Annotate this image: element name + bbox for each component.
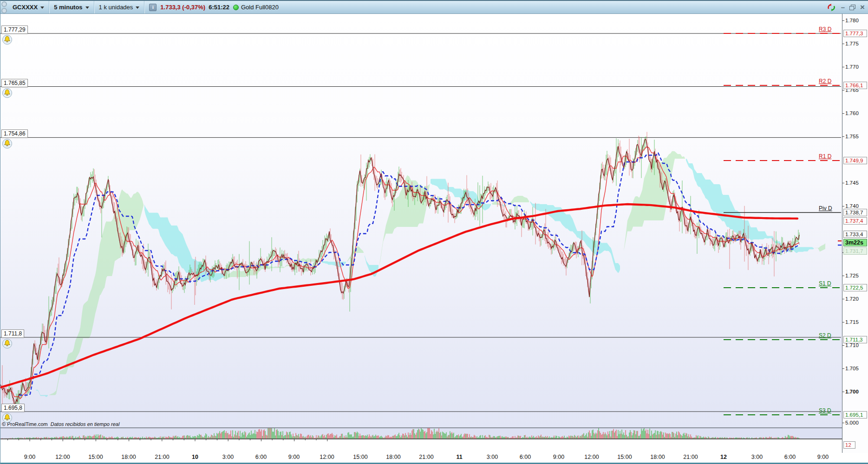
tick-mark [842,136,844,137]
chart-area[interactable]: 1.7801.7751.7701.7651.7601.7551.7451.740… [0,14,868,464]
alert-bell-icon[interactable] [2,413,12,423]
alert-price-label[interactable]: 1.777,29 [1,26,28,34]
close-button[interactable]: × [860,3,865,11]
countdown-high-tick [838,240,842,241]
tick-mark [842,20,844,21]
pivot-label: S1 D [819,280,831,287]
pivot-value-box: 1.766,1 [843,82,867,89]
tick-mark [842,206,844,206]
volume-tick: 5.000 [842,420,859,425]
pivot-value-box: 1.695,1 [843,411,867,419]
time-axis-label: 12 [720,454,727,460]
chevron-down-icon [136,6,139,9]
info-icon[interactable]: i [149,4,157,11]
floating-price-box: 1.733,4 [843,231,867,238]
tick-mark [842,299,844,299]
price-tick: 1.725 [842,273,859,278]
time-axis-label: 18:00 [386,454,400,460]
price-tick: 1.745 [842,180,859,186]
time-axis-label: 15:00 [353,454,367,460]
tick-mark [842,322,844,322]
copyright-line: © ProRealTime.comDatos recibidos en tiem… [2,421,119,427]
tick-mark [842,368,844,369]
tick-mark [842,44,844,44]
symbol-dropdown[interactable]: GCXXXX [8,1,49,13]
time-axis-label: 21:00 [155,454,169,460]
time-axis-label: 9:00 [24,454,35,460]
pivot-value-box: 1.711,3 [843,336,867,343]
alert-bell-icon[interactable] [2,339,12,348]
clock: 6:51:22 [209,4,229,11]
tick-mark [842,392,844,392]
pivot-label: S2 D [819,332,831,339]
chevron-down-icon [40,6,44,9]
price-tick: 1.755 [842,134,859,139]
tick-label: 1.700 [845,389,859,394]
alert-price-label[interactable]: 1.711,8 [1,329,24,338]
floating-price-box: 1.738,7 [843,209,867,216]
alert-bell-icon[interactable] [2,35,12,45]
tick-label: 1.755 [845,134,859,139]
alert-bell-icon[interactable] [2,88,12,98]
tick-mark [842,67,844,67]
minimize-button[interactable]: – [841,4,845,11]
tick-label: 1.770 [845,64,859,70]
time-axis-label: 3:00 [751,454,763,460]
alert-bell-icon[interactable] [2,139,12,148]
time-axis-label: 6:00 [255,454,267,460]
floating-price-box: 3m22s [843,239,867,246]
price-axis[interactable]: 1.7801.7751.7701.7651.7601.7551.7451.740… [842,14,868,463]
realtime-text: Datos recibidos en tiempo real [51,421,120,427]
feed-status-icon [233,5,239,10]
feed-name: Gold Full0820 [241,4,279,11]
price-tick: 1.740 [842,203,859,209]
chevron-down-icon [85,6,89,9]
time-axis-label: 18:00 [650,454,665,460]
tick-label: 1.715 [845,319,859,325]
refresh-icon[interactable] [826,3,836,12]
last-price-change: 1.733,3 (-0,37%) [160,4,205,11]
tick-mark [842,345,844,346]
time-axis-label: 12:00 [584,454,599,460]
tick-mark [842,90,844,90]
pivot-value-box: 1.722,5 [843,284,867,291]
price-tick: 1.700 [842,389,859,394]
price-tick: 1.715 [842,319,859,325]
time-axis-label: 6:00 [520,454,531,460]
time-axis-label: 21:00 [683,454,698,460]
tick-label: 1.745 [845,180,859,186]
price-tick: 1.775 [842,41,859,46]
time-axis-label: 9:00 [817,454,829,460]
time-axis[interactable]: 9:0012:0015:0018:0021:00103:006:009:0012… [0,453,868,463]
trading-window: GCXXXX 5 minutos 1 k unidades i 1.733,3 … [0,0,868,464]
toolbar: GCXXXX 5 minutos 1 k unidades i 1.733,3 … [0,0,868,14]
pivot-label: Piv D [819,205,832,212]
price-chart-canvas[interactable] [0,14,842,463]
tick-mark [842,183,844,183]
volume-current-box: 12 [843,441,855,449]
countdown-low-tick [838,245,842,245]
tick-mark [842,113,844,114]
floating-price-box: 1.731,7 [843,247,867,255]
price-tick: 1.705 [842,366,859,371]
units-dropdown[interactable]: 1 k unidades [94,1,145,13]
alert-price-label[interactable]: 1.765,85 [1,79,28,87]
alert-price-label[interactable]: 1.754,86 [1,129,28,138]
tick-label: 1.725 [845,273,859,278]
restore-button[interactable] [849,5,855,10]
time-axis-label: 12:00 [55,454,70,460]
time-axis-label: 15:00 [88,454,103,460]
pivot-label: R3 D [819,26,831,32]
time-axis-label: 3:00 [222,454,234,460]
alert-price-label[interactable]: 1.695,8 [1,404,25,412]
price-tick: 1.760 [842,110,859,116]
time-axis-label: 11 [456,454,462,460]
drag-grip-icon[interactable] [0,1,8,13]
pivot-label: R1 D [819,153,831,160]
time-axis-label: 6:00 [784,454,796,460]
time-axis-label: 21:00 [419,454,433,460]
pivot-value-box: 1.749,9 [843,157,867,164]
time-axis-label: 15:00 [617,454,632,460]
timeframe-dropdown[interactable]: 5 minutos [49,1,94,13]
price-tick: 1.780 [842,18,859,23]
